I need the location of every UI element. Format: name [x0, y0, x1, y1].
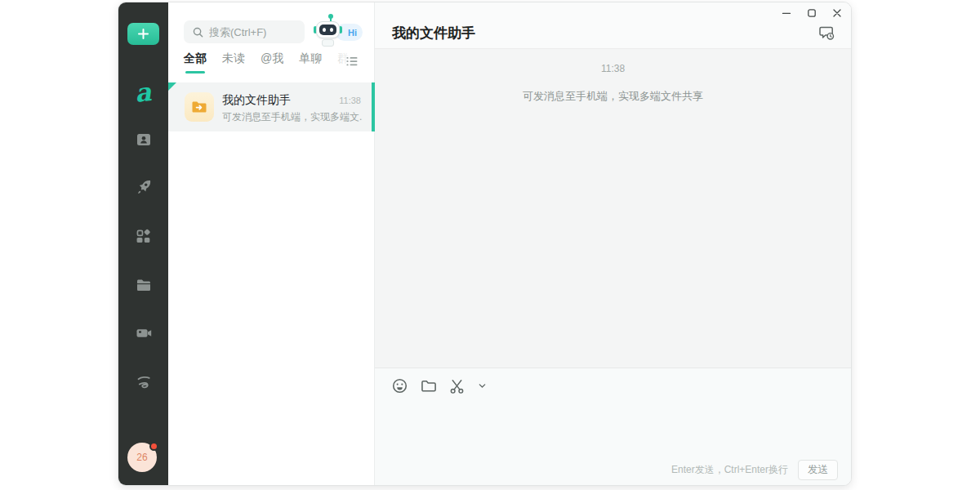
notification-badge — [149, 442, 158, 451]
send-button[interactable]: 发送 — [798, 460, 838, 480]
plus-icon — [137, 28, 149, 40]
search-input[interactable] — [209, 26, 298, 38]
assistant-mascot-icon[interactable] — [313, 14, 343, 48]
emoji-smile-icon — [391, 377, 408, 394]
screenshot-button[interactable] — [448, 376, 466, 394]
avatar-text: 26 — [136, 452, 147, 463]
chat-history-button[interactable] — [817, 24, 836, 43]
sidebar-item-chat[interactable]: a — [118, 74, 168, 110]
chat-item-time: 11:38 — [339, 96, 361, 105]
rocket-icon — [135, 178, 153, 196]
chat-item-title: 我的文件助手 — [222, 93, 336, 108]
send-file-button[interactable] — [419, 376, 437, 394]
user-avatar[interactable]: 26 — [127, 443, 157, 472]
sidebar: a — [118, 2, 168, 485]
tab-mentions[interactable]: @我 — [261, 51, 283, 74]
composer-toolbar — [375, 368, 851, 394]
emoji-button[interactable] — [390, 376, 408, 394]
maximize-button[interactable] — [804, 7, 819, 20]
folder-icon — [135, 276, 153, 294]
tab-unread[interactable]: 未读 — [222, 51, 245, 74]
search-box[interactable] — [184, 20, 305, 43]
brand-calligraphy-icon — [135, 373, 153, 391]
chevron-down-icon — [478, 381, 487, 390]
chat-item-preview: 可发消息至手机端，实现多端文... — [222, 110, 363, 124]
maximize-icon — [807, 8, 817, 18]
chat-list-panel: Hi 全部 未读 @我 单聊 群 — [168, 2, 375, 485]
message-area: 11:38 可发消息至手机端，实现多端文件共享 — [375, 49, 851, 368]
minimize-button[interactable] — [779, 7, 794, 20]
pinned-corner-indicator — [168, 82, 176, 91]
app-window: a — [118, 2, 852, 486]
list-icon — [345, 54, 359, 69]
search-icon — [192, 26, 204, 38]
sidebar-item-brand[interactable] — [118, 364, 168, 400]
conversation-panel: 我的文件助手 11:38 可发消息至手机端，实现多端文件共享 — [375, 2, 851, 485]
contact-card-icon — [135, 131, 153, 149]
chat-list-item[interactable]: 我的文件助手 11:38 可发消息至手机端，实现多端文... — [168, 82, 375, 131]
sidebar-item-contacts[interactable] — [118, 122, 168, 158]
screenshot-options-button[interactable] — [476, 376, 488, 394]
video-camera-icon — [135, 324, 153, 342]
apps-grid-icon — [135, 228, 152, 245]
new-chat-button[interactable] — [127, 23, 159, 45]
send-shortcut-hint: Enter发送，Ctrl+Enter换行 — [671, 463, 788, 477]
folder-outline-icon — [420, 377, 437, 394]
sidebar-item-files[interactable] — [118, 267, 168, 303]
tab-direct[interactable]: 单聊 — [299, 51, 322, 74]
conversation-title: 我的文件助手 — [392, 24, 475, 42]
scissors-icon — [448, 377, 466, 394]
tab-all[interactable]: 全部 — [184, 51, 207, 74]
message-timestamp: 11:38 — [375, 63, 851, 74]
sidebar-item-workbench[interactable] — [118, 218, 168, 254]
close-icon — [832, 8, 842, 18]
composer-footer: Enter发送，Ctrl+Enter换行 发送 — [671, 460, 838, 480]
close-button[interactable] — [830, 7, 844, 20]
chat-logo-icon: a — [134, 79, 153, 106]
chat-history-icon — [817, 24, 835, 42]
sidebar-item-discover[interactable] — [118, 169, 168, 205]
message-input[interactable] — [390, 403, 835, 453]
window-controls — [779, 7, 844, 20]
list-view-toggle-button[interactable] — [344, 54, 360, 70]
sidebar-item-meetings[interactable] — [118, 315, 168, 351]
file-assistant-avatar — [185, 92, 214, 122]
system-message: 可发消息至手机端，实现多端文件共享 — [375, 89, 851, 104]
minimize-icon — [782, 8, 791, 18]
folder-arrow-icon — [190, 98, 208, 116]
composer: Enter发送，Ctrl+Enter换行 发送 — [375, 368, 851, 485]
